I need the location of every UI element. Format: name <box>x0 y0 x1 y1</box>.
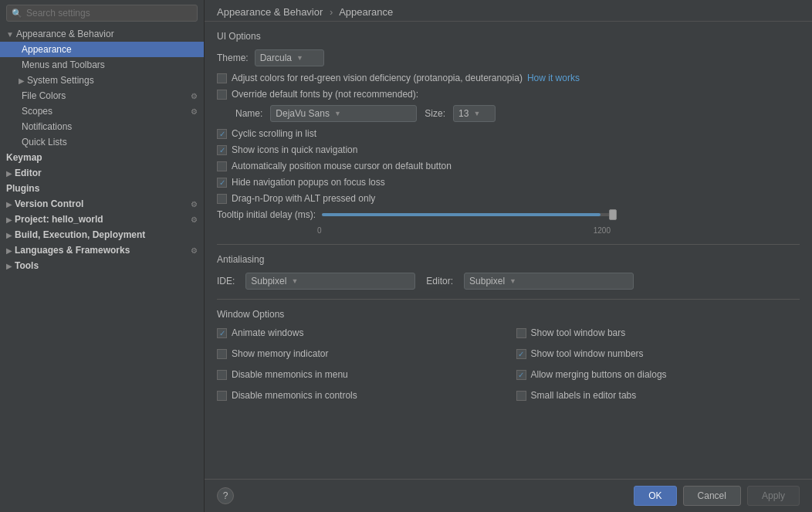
sidebar-item-label: Editor <box>15 168 42 178</box>
settings-icon: ⚙ <box>191 92 198 100</box>
bottom-bar: ? OK Cancel Apply <box>205 479 812 512</box>
sidebar-item-build-execution[interactable]: ▶ Build, Execution, Deployment <box>0 227 204 242</box>
divider-window <box>217 299 800 300</box>
drag-drop-checkbox[interactable] <box>217 194 227 204</box>
drag-drop-row: Drag-n-Drop with ALT pressed only <box>217 193 800 204</box>
sidebar-item-languages[interactable]: ▶ Languages & Frameworks ⚙ <box>0 242 204 258</box>
font-size-dropdown[interactable]: 13 ▼ <box>453 105 496 122</box>
sidebar-item-label: System Settings <box>27 75 94 86</box>
window-options-grid: Animate windows Show tool window bars Sh… <box>217 327 800 406</box>
sidebar-item-appearance[interactable]: Appearance <box>0 42 204 57</box>
disable-mnemonics-controls-label: Disable mnemonics in controls <box>232 390 357 401</box>
sidebar-item-editor[interactable]: ▶ Editor <box>0 165 204 181</box>
show-memory-row: Show memory indicator <box>217 348 501 359</box>
sidebar-item-file-colors[interactable]: File Colors ⚙ <box>0 88 204 103</box>
editor-antialias-dropdown[interactable]: Subpixel ▼ <box>464 273 634 290</box>
font-name-dropdown[interactable]: DejaVu Sans ▼ <box>270 105 417 122</box>
ok-button[interactable]: OK <box>634 486 676 506</box>
content-panel: Appearance & Behavior › Appearance UI Op… <box>205 0 812 512</box>
sidebar-item-label: Appearance <box>22 44 72 55</box>
breadcrumb-separator: › <box>330 6 333 18</box>
small-labels-row: Small labels in editor tabs <box>516 390 800 401</box>
allow-merging-row: Allow merging buttons on dialogs <box>516 369 800 380</box>
sidebar-item-label: Build, Execution, Deployment <box>15 229 145 240</box>
expand-arrow-icon: ▶ <box>6 200 12 209</box>
ide-antialias-dropdown[interactable]: Subpixel ▼ <box>245 273 415 290</box>
animate-windows-label: Animate windows <box>232 327 303 338</box>
collapse-arrow-icon: ▶ <box>19 76 25 85</box>
small-labels-label: Small labels in editor tabs <box>531 390 637 401</box>
editor-label: Editor: <box>426 276 453 287</box>
sidebar-item-label: Version Control <box>15 198 83 209</box>
slider-min: 0 <box>317 226 322 235</box>
show-memory-checkbox[interactable] <box>217 349 227 359</box>
sidebar-item-menus-toolbars[interactable]: Menus and Toolbars <box>0 57 204 73</box>
search-input[interactable] <box>26 8 192 19</box>
adjust-colors-checkbox[interactable] <box>217 73 227 83</box>
expand-arrow-icon: ▶ <box>6 262 12 270</box>
breadcrumb-part1: Appearance & Behavior <box>217 6 323 18</box>
show-icons-checkbox[interactable] <box>217 145 227 155</box>
font-name-value: DejaVu Sans <box>276 108 330 119</box>
auto-position-checkbox[interactable] <box>217 161 227 171</box>
sidebar-item-notifications[interactable]: Notifications <box>0 119 204 134</box>
expand-arrow-icon: ▶ <box>6 169 12 178</box>
expand-arrow-icon: ▶ <box>6 231 12 239</box>
expand-arrow-icon: ▶ <box>6 215 12 224</box>
sidebar-item-tools[interactable]: ▶ Tools <box>0 258 204 273</box>
settings-icon: ⚙ <box>191 215 198 224</box>
sidebar-item-quick-lists[interactable]: Quick Lists <box>0 134 204 150</box>
allow-merging-checkbox[interactable] <box>516 370 526 380</box>
show-tool-bars-checkbox[interactable] <box>516 328 526 338</box>
show-tool-numbers-label: Show tool window numbers <box>531 348 644 359</box>
animate-windows-row: Animate windows <box>217 327 501 338</box>
chevron-down-icon: ▼ <box>291 277 298 285</box>
editor-antialias-value: Subpixel <box>469 276 505 287</box>
chevron-down-icon: ▼ <box>334 110 341 117</box>
disable-mnemonics-controls-checkbox[interactable] <box>217 391 227 401</box>
sidebar-item-system-settings[interactable]: ▶ System Settings <box>0 73 204 88</box>
sidebar-item-label: File Colors <box>22 90 66 101</box>
show-tool-numbers-row: Show tool window numbers <box>516 348 800 359</box>
tooltip-slider-thumb[interactable] <box>609 209 617 220</box>
settings-icon: ⚙ <box>191 246 198 255</box>
animate-windows-checkbox[interactable] <box>217 328 227 338</box>
sidebar-item-version-control[interactable]: ▶ Version Control ⚙ <box>0 196 204 212</box>
sidebar-item-appearance-behavior[interactable]: ▼ Appearance & Behavior <box>0 26 204 42</box>
adjust-colors-label: Adjust colors for red-green vision defic… <box>232 73 523 83</box>
sidebar-item-scopes[interactable]: Scopes ⚙ <box>0 103 204 119</box>
ui-options-label: UI Options <box>217 31 800 42</box>
disable-mnemonics-menu-label: Disable mnemonics in menu <box>232 369 348 380</box>
help-button[interactable]: ? <box>217 487 234 504</box>
show-tool-numbers-checkbox[interactable] <box>516 349 526 359</box>
name-size-row: Name: DejaVu Sans ▼ Size: 13 ▼ <box>235 105 800 122</box>
sidebar-item-label: Languages & Frameworks <box>15 245 130 256</box>
font-size-value: 13 <box>458 108 469 119</box>
sidebar-item-label: Project: hello_world <box>15 214 103 225</box>
hide-nav-checkbox[interactable] <box>217 178 227 188</box>
chevron-down-icon: ▼ <box>296 54 303 62</box>
sidebar-item-keymap[interactable]: Keymap <box>0 150 204 165</box>
cyclic-scrolling-row: Cyclic scrolling in list <box>217 128 800 139</box>
sidebar-item-label: Menus and Toolbars <box>22 59 105 70</box>
apply-button[interactable]: Apply <box>747 486 800 506</box>
small-labels-checkbox[interactable] <box>516 391 526 401</box>
disable-mnemonics-menu-checkbox[interactable] <box>217 370 227 380</box>
sidebar-item-project[interactable]: ▶ Project: hello_world ⚙ <box>0 212 204 227</box>
cyclic-scrolling-checkbox[interactable] <box>217 129 227 139</box>
slider-max: 1200 <box>594 226 611 235</box>
sidebar-item-label: Appearance & Behavior <box>16 29 114 39</box>
show-tool-bars-row: Show tool window bars <box>516 327 800 338</box>
search-box[interactable]: 🔍 <box>6 5 198 22</box>
settings-panel: UI Options Theme: Darcula ▼ Adjust color… <box>205 22 812 479</box>
override-fonts-checkbox[interactable] <box>217 90 227 100</box>
hide-nav-label: Hide navigation popups on focus loss <box>232 177 385 188</box>
override-fonts-label: Override default fonts by (not recommend… <box>232 89 418 100</box>
cancel-button[interactable]: Cancel <box>683 486 741 506</box>
sidebar-item-plugins[interactable]: Plugins <box>0 181 204 196</box>
theme-dropdown[interactable]: Darcula ▼ <box>255 49 324 66</box>
auto-position-row: Automatically position mouse cursor on d… <box>217 161 800 171</box>
tooltip-slider-track <box>322 213 615 216</box>
how-it-works-link[interactable]: How it works <box>527 73 580 83</box>
disable-mnemonics-controls-row: Disable mnemonics in controls <box>217 390 501 401</box>
